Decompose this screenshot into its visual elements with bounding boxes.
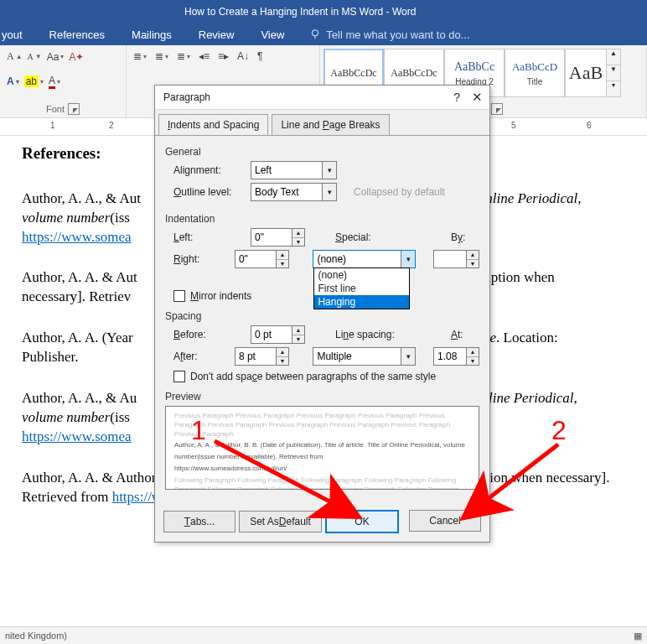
status-language[interactable]: nited Kingdom) — [5, 631, 67, 641]
chevron-down-icon[interactable]: ▾ — [322, 184, 336, 200]
sort-button[interactable]: A↓ — [237, 50, 249, 62]
alignment-combo[interactable]: ▾ — [251, 161, 337, 179]
spin-up-icon[interactable]: ▲ — [467, 348, 479, 357]
ruler-mark: 2 — [109, 121, 114, 130]
spin-down-icon[interactable]: ▼ — [277, 260, 288, 268]
multilevel-button[interactable]: ≣ ▾ — [177, 50, 190, 62]
chevron-down-icon[interactable]: ▾ — [401, 348, 415, 365]
after-spinner[interactable]: ▲▼ — [235, 347, 289, 366]
ruler-mark: 5 — [511, 121, 516, 130]
tab-view[interactable]: View — [259, 25, 286, 44]
after-input[interactable] — [236, 348, 276, 365]
special-option-firstline[interactable]: First line — [314, 282, 409, 295]
doc-link[interactable]: https://www.somea — [22, 428, 132, 444]
indent-right-spinner[interactable]: ▲▼ — [235, 250, 289, 268]
at-label: At: — [451, 329, 463, 340]
style-title[interactable]: AaBbCcDTitle — [505, 49, 565, 97]
chevron-down-icon[interactable]: ▾ — [322, 162, 336, 179]
spin-down-icon[interactable]: ▼ — [467, 260, 479, 268]
grow-font-button[interactable]: A▲ — [7, 50, 23, 63]
callout-one: 1 — [191, 415, 206, 446]
ok-button[interactable]: OK — [325, 510, 399, 533]
bullets-button[interactable]: ≣ ▾ — [133, 50, 147, 62]
special-combo[interactable]: ▾ (none) First line Hanging — [313, 250, 416, 268]
indentation-section: Indentation — [165, 213, 479, 225]
collapsed-checkbox: Collapsed by default — [349, 186, 445, 198]
linespacing-combo[interactable]: ▾ — [313, 347, 416, 366]
indent-right-input[interactable] — [236, 251, 276, 267]
decrease-indent-button[interactable]: ◂≡ — [199, 50, 210, 62]
alignment-input[interactable] — [251, 162, 322, 179]
spin-up-icon[interactable]: ▲ — [277, 251, 288, 260]
chevron-down-icon[interactable]: ▾ — [401, 251, 415, 267]
styles-dialog-launcher-icon[interactable] — [491, 103, 503, 115]
spin-up-icon[interactable]: ▲ — [292, 326, 304, 335]
before-spinner[interactable]: ▲▼ — [251, 325, 305, 344]
styles-scroll-down[interactable]: ▼ — [607, 65, 620, 80]
change-case-button[interactable]: Aa ▾ — [47, 51, 65, 63]
font-group: A▲ A▼ Aa ▾ A✦ A ▾ ab▾ A ▾ Font — [0, 45, 127, 117]
ruler-mark: 6 — [587, 121, 592, 130]
styles-more[interactable]: ▾ — [607, 80, 620, 96]
tab-review[interactable]: Review — [197, 25, 236, 44]
increase-indent-button[interactable]: ≡▸ — [218, 50, 229, 62]
paragraph-dialog: Paragraph ? ✕ IIndents and Spacingndents… — [154, 85, 490, 543]
styles-scroll-up[interactable]: ▲ — [607, 49, 620, 65]
tab-line-page-breaks[interactable]: Line and Page Breaks — [272, 114, 389, 135]
by-label: By: — [451, 231, 465, 243]
dialog-title: Paragraph — [163, 91, 210, 103]
tab-layout[interactable]: yout — [0, 25, 24, 44]
special-option-hanging[interactable]: Hanging — [314, 295, 409, 309]
font-color-button[interactable]: A ▾ — [49, 75, 60, 89]
spin-down-icon[interactable]: ▼ — [467, 357, 479, 366]
spin-down-icon[interactable]: ▼ — [277, 357, 288, 366]
dialog-close-button[interactable]: ✕ — [472, 90, 483, 105]
dont-add-space-checkbox[interactable]: Don't add space between paragraphs of th… — [165, 371, 479, 382]
preview-box: Previous Paragraph Previous Paragraph Pr… — [165, 406, 479, 490]
spin-down-icon[interactable]: ▼ — [292, 335, 304, 344]
by-spinner[interactable]: ▲▼ — [433, 250, 479, 268]
ribbon-tabs: yout References Mailings Review View Tel… — [0, 23, 647, 45]
at-input[interactable] — [434, 348, 466, 365]
tab-references[interactable]: References — [48, 25, 106, 44]
spin-up-icon[interactable]: ▲ — [277, 348, 288, 357]
font-dialog-launcher-icon[interactable] — [68, 103, 80, 115]
highlight-button[interactable]: ab▾ — [24, 75, 44, 87]
indent-left-input[interactable] — [251, 229, 292, 246]
style-heading1[interactable]: AaB — [565, 49, 607, 97]
cancel-button[interactable]: Cancel — [409, 510, 481, 532]
at-spinner[interactable]: ▲▼ — [433, 347, 479, 366]
outline-combo[interactable]: ▾ — [251, 183, 337, 201]
show-marks-button[interactable]: ¶ — [257, 50, 262, 62]
text-effects-button[interactable]: A ▾ — [7, 75, 19, 87]
tell-me[interactable]: Tell me what you want to do... — [309, 29, 469, 41]
dialog-titlebar[interactable]: Paragraph ? ✕ — [155, 86, 489, 110]
preview-section: Preview — [165, 391, 479, 402]
spin-down-icon[interactable]: ▼ — [292, 238, 304, 247]
status-views[interactable]: ▦ — [634, 631, 642, 641]
special-input[interactable] — [313, 251, 401, 267]
numbering-button[interactable]: ≣ ▾ — [155, 50, 168, 62]
special-option-none[interactable]: (none) — [314, 268, 409, 282]
set-default-button[interactable]: Set As Default — [239, 511, 322, 532]
doc-link[interactable]: https://www.somea — [22, 229, 132, 245]
before-input[interactable] — [251, 326, 292, 343]
clear-formatting-button[interactable]: A✦ — [69, 51, 84, 63]
spin-up-icon[interactable]: ▲ — [292, 229, 304, 238]
outline-input[interactable] — [251, 184, 322, 200]
shrink-font-button[interactable]: A▼ — [28, 52, 42, 61]
app-title: How to Create a Hanging Indent in MS Wor… — [184, 6, 416, 18]
spin-up-icon[interactable]: ▲ — [467, 251, 479, 260]
special-label: Special: — [335, 231, 411, 243]
indent-left-spinner[interactable]: ▲▼ — [251, 228, 305, 247]
by-input[interactable] — [434, 251, 466, 267]
tab-mailings[interactable]: Mailings — [130, 25, 173, 44]
dialog-help-button[interactable]: ? — [453, 91, 460, 104]
tabs-button[interactable]: Tabs... — [163, 511, 236, 532]
ruler-mark: 1 — [50, 121, 55, 130]
title-bar: How to Create a Hanging Indent in MS Wor… — [0, 0, 647, 23]
tab-indents-spacing[interactable]: IIndents and Spacingndents and Spacing — [158, 114, 268, 135]
before-label: Before: — [165, 329, 251, 340]
linespacing-input[interactable] — [313, 348, 401, 365]
bulb-icon — [309, 29, 321, 40]
